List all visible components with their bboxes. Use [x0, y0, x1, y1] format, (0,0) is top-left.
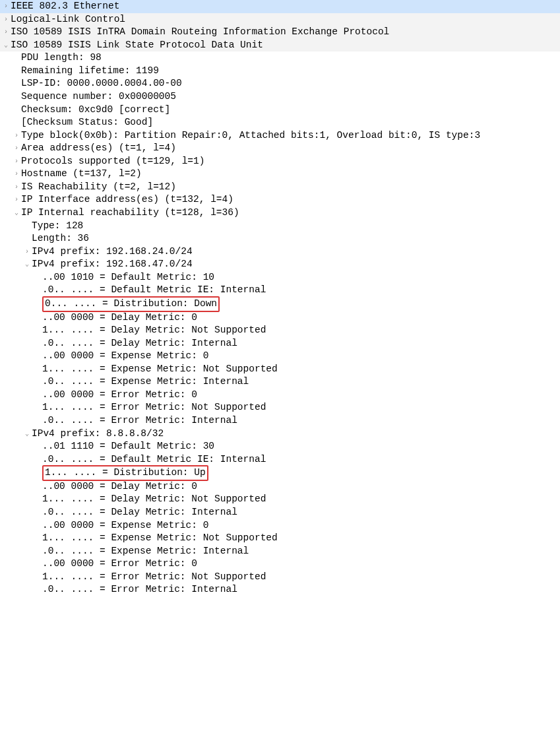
chevron-down-icon[interactable]: ⌄	[1, 41, 11, 50]
chevron-down-icon[interactable]: ⌄	[22, 430, 32, 439]
metric-row-distribution-up[interactable]: ·1... .... = Distribution: Up	[0, 466, 560, 480]
field-ip-internal-reachability[interactable]: ⌄ IP Internal reachability (t=128, l=36)	[0, 207, 560, 220]
tree-item-isis-inter[interactable]: › ISO 10589 ISIS InTRA Domain Routeing I…	[0, 26, 560, 39]
field-pdu-length[interactable]: · PDU length: 98	[0, 51, 560, 65]
metric-row[interactable]: ·..00 0000 = Expense Metric: 0	[0, 350, 560, 363]
chevron-right-icon[interactable]: ›	[1, 2, 11, 11]
field-lsp-id[interactable]: · LSP-ID: 0000.0000.0004.00-00	[0, 77, 560, 90]
label: IPv4 prefix: 8.8.8.8/32	[32, 428, 164, 441]
field-hostname[interactable]: › Hostname (t=137, l=2)	[0, 168, 560, 181]
metric-row[interactable]: ·.0.. .... = Delay Metric: Internal	[0, 337, 560, 350]
spacer: ·	[33, 521, 42, 530]
chevron-down-icon[interactable]: ⌄	[12, 208, 21, 218]
spacer: ·	[33, 508, 42, 517]
metric-row[interactable]: ·1... .... = Delay Metric: Not Supported	[0, 493, 560, 506]
metric-row[interactable]: ·.0.. .... = Expense Metric: Internal	[0, 545, 560, 558]
label: ..01 1110 = Default Metric: 30	[42, 440, 214, 453]
chevron-right-icon[interactable]: ›	[12, 131, 21, 141]
metric-row[interactable]: ·.0.. .... = Expense Metric: Internal	[0, 375, 560, 389]
label: 1... .... = Delay Metric: Not Supported	[42, 493, 266, 506]
metric-row[interactable]: ·.0.. .... = Default Metric IE: Internal	[0, 284, 560, 297]
label: IP Interface address(es) (t=132, l=4)	[21, 193, 233, 207]
spacer: ·	[33, 585, 42, 594]
chevron-right-icon[interactable]: ›	[12, 183, 21, 192]
label: .0.. .... = Expense Metric: Internal	[42, 545, 249, 558]
spacer: ·	[33, 416, 42, 426]
field-ip-interface-addresses[interactable]: › IP Interface address(es) (t=132, l=4)	[0, 193, 560, 207]
highlight-box: 1... .... = Distribution: Up	[42, 465, 208, 481]
label: 1... .... = Distribution: Up	[45, 467, 206, 478]
metric-row[interactable]: ·..00 0000 = Delay Metric: 0	[0, 311, 560, 325]
label: PDU length: 98	[21, 51, 102, 65]
spacer: ·	[12, 118, 21, 127]
field-length[interactable]: · Length: 36	[0, 232, 560, 245]
metric-row[interactable]: ·..00 0000 = Error Metric: 0	[0, 558, 560, 571]
spacer: ·	[22, 222, 32, 231]
chevron-right-icon[interactable]: ›	[22, 247, 32, 257]
chevron-right-icon[interactable]: ›	[1, 28, 11, 37]
label: .0.. .... = Expense Metric: Internal	[42, 375, 249, 389]
spacer: ·	[12, 79, 21, 88]
metric-row[interactable]: ·.0.. .... = Error Metric: Internal	[0, 583, 560, 596]
metric-row[interactable]: ·1... .... = Expense Metric: Not Support…	[0, 363, 560, 376]
spacer: ·	[33, 534, 42, 543]
label: ..00 0000 = Delay Metric: 0	[42, 480, 197, 494]
label: IS Reachability (t=2, l=12)	[21, 181, 176, 194]
metric-row[interactable]: ·..01 1110 = Default Metric: 30	[0, 440, 560, 453]
spacer: ·	[33, 326, 42, 335]
label: Hostname (t=137, l=2)	[21, 168, 142, 181]
field-checksum[interactable]: · Checksum: 0xc9d0 [correct]	[0, 104, 560, 117]
spacer: ·	[33, 300, 42, 309]
metric-row[interactable]: ·1... .... = Error Metric: Not Supported	[0, 401, 560, 414]
tree-item-llc[interactable]: › Logical-Link Control	[0, 13, 560, 26]
chevron-right-icon[interactable]: ›	[1, 15, 11, 24]
label: IPv4 prefix: 192.168.24.0/24	[32, 245, 193, 259]
field-ipv4-prefix-2[interactable]: ⌄ IPv4 prefix: 192.168.47.0/24	[0, 258, 560, 271]
spacer: ·	[33, 455, 42, 465]
tree-item-ethernet[interactable]: › IEEE 802.3 Ethernet	[0, 0, 560, 13]
spacer: ·	[33, 468, 42, 478]
spacer: ·	[33, 339, 42, 348]
metric-row[interactable]: ·1... .... = Delay Metric: Not Supported	[0, 324, 560, 337]
label: Checksum: 0xc9d0 [correct]	[21, 104, 170, 117]
metric-row[interactable]: ·.0.. .... = Error Metric: Internal	[0, 414, 560, 428]
spacer: ·	[33, 377, 42, 387]
spacer: ·	[33, 273, 42, 282]
label: .0.. .... = Delay Metric: Internal	[42, 337, 237, 350]
chevron-right-icon[interactable]: ›	[12, 195, 21, 205]
highlight-box: 0... .... = Distribution: Down	[42, 296, 220, 312]
metric-row[interactable]: ·.0.. .... = Delay Metric: Internal	[0, 506, 560, 519]
field-ipv4-prefix-3[interactable]: ⌄ IPv4 prefix: 8.8.8.8/32	[0, 428, 560, 441]
spacer: ·	[12, 53, 21, 63]
label: 1... .... = Delay Metric: Not Supported	[42, 324, 266, 337]
label: ..00 0000 = Expense Metric: 0	[42, 350, 208, 363]
metric-row[interactable]: ·1... .... = Expense Metric: Not Support…	[0, 532, 560, 545]
metric-row[interactable]: ·..00 0000 = Error Metric: 0	[0, 389, 560, 402]
field-type[interactable]: · Type: 128	[0, 220, 560, 233]
chevron-right-icon[interactable]: ›	[12, 170, 21, 179]
field-area-addresses[interactable]: › Area address(es) (t=1, l=4)	[0, 142, 560, 155]
field-checksum-status[interactable]: · [Checksum Status: Good]	[0, 116, 560, 129]
metric-row[interactable]: ·.0.. .... = Default Metric IE: Internal	[0, 453, 560, 466]
metric-row[interactable]: ·1... .... = Error Metric: Not Supported	[0, 571, 560, 584]
field-ipv4-prefix-1[interactable]: › IPv4 prefix: 192.168.24.0/24	[0, 245, 560, 259]
field-sequence-number[interactable]: · Sequence number: 0x00000005	[0, 90, 560, 104]
field-protocols-supported[interactable]: › Protocols supported (t=129, l=1)	[0, 155, 560, 168]
metric-row[interactable]: ·..00 1010 = Default Metric: 10	[0, 271, 560, 284]
field-is-reachability[interactable]: › IS Reachability (t=2, l=12)	[0, 181, 560, 194]
label: .0.. .... = Default Metric IE: Internal	[42, 284, 266, 297]
chevron-down-icon[interactable]: ⌄	[22, 260, 32, 269]
metric-row[interactable]: ·..00 0000 = Expense Metric: 0	[0, 519, 560, 532]
label: [Checksum Status: Good]	[21, 116, 153, 129]
tree-item-isis-lsp[interactable]: ⌄ ISO 10589 ISIS Link State Protocol Dat…	[0, 39, 560, 52]
metric-row-distribution-down[interactable]: ·0... .... = Distribution: Down	[0, 297, 560, 311]
label: 1... .... = Expense Metric: Not Supporte…	[42, 532, 278, 545]
label: .0.. .... = Error Metric: Internal	[42, 414, 237, 428]
field-remaining-lifetime[interactable]: · Remaining lifetime: 1199	[0, 65, 560, 78]
label: Area address(es) (t=1, l=4)	[21, 142, 176, 155]
metric-row[interactable]: ·..00 0000 = Delay Metric: 0	[0, 480, 560, 494]
chevron-right-icon[interactable]: ›	[12, 144, 21, 153]
spacer: ·	[33, 442, 42, 451]
chevron-right-icon[interactable]: ›	[12, 157, 21, 166]
field-type-block[interactable]: › Type block(0x0b): Partition Repair:0, …	[0, 129, 560, 143]
